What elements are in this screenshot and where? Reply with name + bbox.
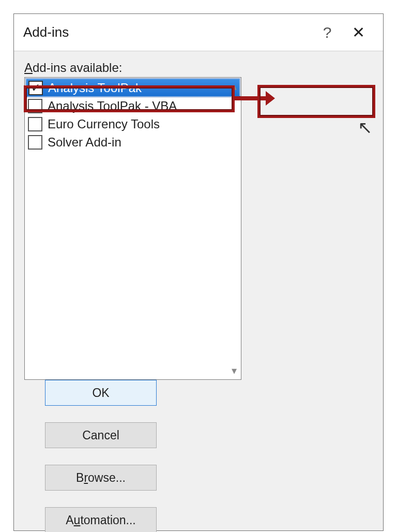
dialog-buttons-column: OK Cancel Browse... Automation... [45, 380, 157, 532]
dialog-body: Add-ins available: ✓ Analysis ToolPak An… [14, 51, 383, 530]
scroll-down-icon[interactable]: ▾ [227, 364, 241, 377]
addin-item-analysis-toolpak-vba[interactable]: Analysis ToolPak - VBA [26, 97, 240, 115]
titlebar: Add-ins ? ✕ [14, 14, 383, 51]
checkbox-icon[interactable]: ✓ [28, 81, 43, 95]
checkbox-icon[interactable] [28, 99, 42, 113]
addins-listbox-wrap: ✓ Analysis ToolPak Analysis ToolPak - VB… [24, 77, 241, 380]
ok-button[interactable]: OK [45, 380, 157, 406]
addin-label: Analysis ToolPak - VBA [48, 99, 177, 113]
addin-item-euro-currency-tools[interactable]: Euro Currency Tools [26, 115, 240, 133]
dialog-title: Add-ins [23, 24, 312, 40]
automation-button[interactable]: Automation... [45, 507, 157, 532]
addin-item-analysis-toolpak[interactable]: ✓ Analysis ToolPak [26, 79, 240, 97]
checkbox-icon[interactable] [28, 135, 42, 150]
cancel-button[interactable]: Cancel [45, 422, 157, 448]
addin-item-solver-addin[interactable]: Solver Add-in [26, 133, 240, 151]
addin-label: Euro Currency Tools [48, 117, 160, 131]
addin-label: Solver Add-in [48, 135, 121, 150]
browse-button[interactable]: Browse... [45, 465, 157, 491]
scroll-up-icon[interactable]: ▴ [227, 80, 241, 93]
close-icon[interactable]: ✕ [343, 23, 374, 41]
addins-dialog: Add-ins ? ✕ Add-ins available: ✓ Analysi… [13, 13, 384, 531]
checkbox-icon[interactable] [28, 117, 42, 131]
addin-label: Analysis ToolPak [48, 81, 142, 95]
addins-listbox[interactable]: ✓ Analysis ToolPak Analysis ToolPak - VB… [24, 77, 241, 380]
addins-available-label: Add-ins available: [24, 61, 373, 75]
help-icon[interactable]: ? [312, 24, 343, 41]
